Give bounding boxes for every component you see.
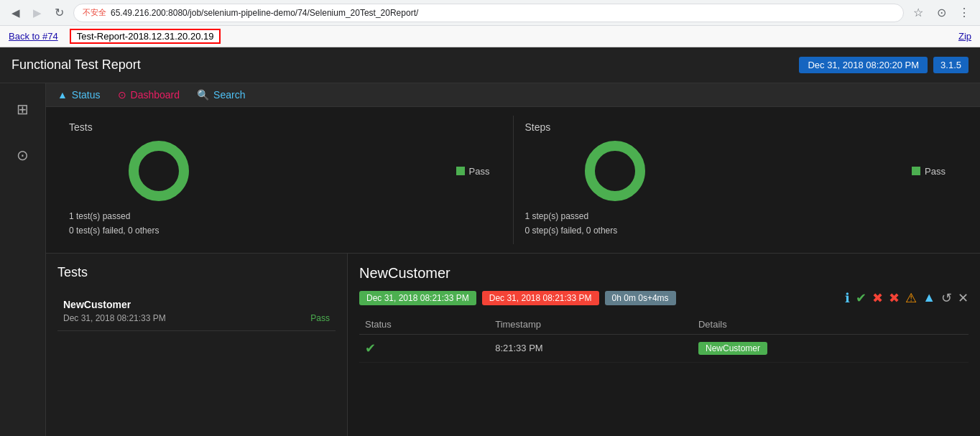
dashboard-label: Dashboard: [131, 89, 180, 101]
pass-label-steps: Pass: [925, 166, 946, 177]
insecure-label: 不安全: [83, 7, 106, 18]
tests-panel: Tests NewCustomer Dec 31, 2018 08:21:33 …: [46, 254, 348, 436]
steps-donut: [583, 139, 647, 203]
pass-dot-tests: [456, 167, 465, 175]
status-icon: ▲: [57, 89, 68, 101]
report-title-box: Test-Report-2018.12.31.20.20.19: [70, 29, 221, 44]
browser-action-buttons: ☆ ⊙ ⋮: [908, 3, 974, 23]
steps-chart-body: Pass: [525, 139, 958, 203]
start-time-badge: Dec 31, 2018 08:21:33 PM: [359, 291, 476, 305]
app-bar: Back to #74 Test-Report-2018.12.31.20.20…: [0, 26, 980, 47]
nav-tabs: ▲ Status ⊙ Dashboard 🔍 Search: [46, 83, 980, 107]
tests-legend: Pass: [456, 166, 490, 177]
svg-point-1: [134, 146, 184, 196]
step-badge: NewCustomer: [698, 342, 767, 355]
status-label: Status: [72, 89, 101, 101]
steps-chart-panel: Steps Pass 1 step(s) passed: [514, 116, 969, 244]
search-tab[interactable]: 🔍 Search: [197, 89, 245, 101]
dashboard-tab[interactable]: ⊙ Dashboard: [118, 89, 180, 101]
detail-panel: NewCustomer Dec 31, 2018 08:21:33 PM Dec…: [348, 254, 980, 436]
bookmark-button[interactable]: ☆: [908, 3, 928, 23]
refresh-button[interactable]: ↻: [49, 3, 69, 23]
up-arrow-icon[interactable]: ▲: [923, 290, 935, 305]
url-text: 65.49.216.200:8080/job/selenium-pipeline…: [111, 8, 418, 18]
steps-donut-svg: [583, 139, 647, 203]
steps-legend: Pass: [912, 166, 946, 177]
tests-panel-title: Tests: [57, 265, 336, 280]
back-link[interactable]: Back to #74: [9, 31, 58, 42]
account-button[interactable]: ⊙: [931, 3, 951, 23]
col-timestamp: Timestamp: [489, 315, 693, 335]
steps-stats: 1 step(s) passed 0 step(s) failed, 0 oth…: [525, 209, 958, 238]
tests-chart-panel: Tests Pass 1 test(s) passed: [57, 116, 513, 244]
col-details: Details: [693, 315, 969, 335]
header-title: Functional Test Report: [11, 57, 141, 73]
dashboard-icon: ⊙: [118, 89, 126, 101]
tests-donut: [126, 139, 191, 203]
right-content: ▲ Status ⊙ Dashboard 🔍 Search Tests: [46, 83, 980, 436]
status-tab[interactable]: ▲ Status: [57, 89, 101, 101]
warning-icon[interactable]: ⚠: [905, 290, 917, 306]
browser-nav: ◀ ▶ ↻: [6, 3, 69, 23]
detail-badges-row: Dec 31, 2018 08:21:33 PM Dec 31, 2018 08…: [359, 290, 969, 306]
sidebar-grid-icon[interactable]: ⊞: [9, 95, 37, 124]
sidebar-settings-icon[interactable]: ⊙: [9, 141, 37, 170]
table-row: ✔ 8:21:33 PM NewCustomer: [359, 334, 969, 362]
tests-chart-body: Pass: [69, 139, 501, 203]
tests-stats: 1 test(s) passed 0 test(s) failed, 0 oth…: [69, 209, 501, 238]
detail-actions: ℹ ✔ ✖ ✖ ⚠ ▲ ↺ ✕: [845, 290, 969, 306]
row-status: ✔: [359, 334, 489, 362]
detail-table: Status Timestamp Details ✔ 8:21:33 PM Ne…: [359, 315, 969, 363]
col-status: Status: [359, 315, 489, 335]
x-close-icon[interactable]: ✕: [958, 290, 969, 306]
datetime-badge: Dec 31, 2018 08:20:20 PM: [799, 57, 928, 73]
version-badge: 3.1.5: [933, 57, 969, 73]
check-circle-icon[interactable]: ✔: [856, 290, 866, 306]
tests-chart-title: Tests: [69, 121, 501, 133]
close-circle-icon-2[interactable]: ✖: [889, 290, 900, 306]
test-item-status: Pass: [310, 313, 330, 323]
duration-badge: 0h 0m 0s+4ms: [605, 291, 676, 305]
close-circle-icon-1[interactable]: ✖: [872, 290, 883, 306]
end-time-badge: Dec 31, 2018 08:21:33 PM: [482, 291, 599, 305]
test-item-meta: Dec 31, 2018 08:21:33 PM Pass: [63, 313, 330, 323]
forward-button[interactable]: ▶: [27, 3, 47, 23]
address-bar[interactable]: 不安全 65.49.216.200:8080/job/selenium-pipe…: [73, 4, 904, 22]
search-icon: 🔍: [197, 89, 209, 101]
refresh-icon[interactable]: ↺: [941, 290, 952, 306]
back-button[interactable]: ◀: [6, 3, 26, 23]
svg-point-3: [590, 146, 640, 196]
search-label: Search: [213, 89, 245, 101]
pass-label-tests: Pass: [469, 166, 490, 177]
tests-donut-svg: [126, 139, 191, 203]
app-layout: ⊞ ⊙ ▲ Status ⊙ Dashboard 🔍 Search Tests: [0, 83, 980, 436]
main-header: Functional Test Report Dec 31, 2018 08:2…: [0, 47, 980, 83]
test-item-date: Dec 31, 2018 08:21:33 PM: [63, 313, 166, 323]
browser-chrome: ◀ ▶ ↻ 不安全 65.49.216.200:8080/job/seleniu…: [0, 0, 980, 26]
steps-chart-title: Steps: [525, 121, 958, 133]
test-item[interactable]: NewCustomer Dec 31, 2018 08:21:33 PM Pas…: [57, 292, 336, 331]
pass-dot-steps: [912, 167, 920, 175]
detail-title: NewCustomer: [359, 265, 969, 282]
sidebar: ⊞ ⊙: [0, 83, 46, 436]
charts-row: Tests Pass 1 test(s) passed: [46, 107, 980, 254]
row-details: NewCustomer: [693, 334, 969, 362]
row-timestamp: 8:21:33 PM: [489, 334, 693, 362]
info-icon[interactable]: ℹ: [845, 290, 850, 306]
header-right: Dec 31, 2018 08:20:20 PM 3.1.5: [799, 57, 969, 73]
bottom-section: Tests NewCustomer Dec 31, 2018 08:21:33 …: [46, 254, 980, 436]
menu-button[interactable]: ⋮: [954, 3, 974, 23]
zip-link[interactable]: Zip: [958, 31, 971, 42]
test-item-name: NewCustomer: [63, 299, 330, 310]
